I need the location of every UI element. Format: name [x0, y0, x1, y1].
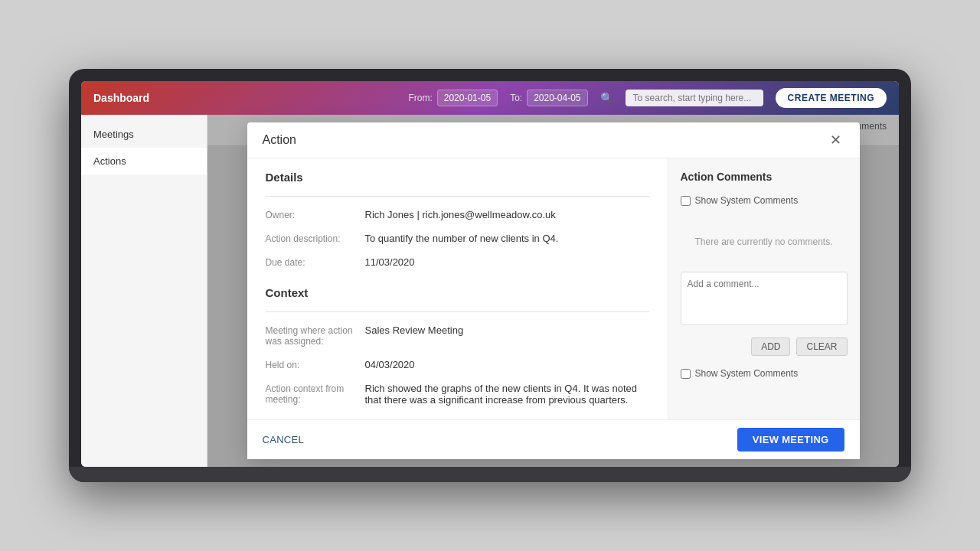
no-comments-text: There are currently no comments. — [681, 221, 848, 262]
show-system-comments-bottom-row[interactable]: Show System Comments — [681, 368, 848, 379]
show-system-comments-bottom-checkbox[interactable] — [681, 369, 691, 379]
search-icon: 🔍 — [600, 92, 613, 104]
search-input[interactable] — [626, 90, 763, 106]
modal-close-button[interactable]: ✕ — [827, 132, 844, 148]
modal-header: Action ✕ — [247, 122, 860, 158]
modal-overlay: Action ✕ Details Owner: — [207, 115, 899, 467]
date-to-group: To: 2020-04-05 — [510, 90, 587, 106]
clear-comment-button[interactable]: CLEAR — [796, 337, 847, 356]
create-meeting-button[interactable]: CREATE MEETING — [776, 88, 887, 108]
cancel-button[interactable]: CANCEL — [263, 434, 305, 445]
to-date[interactable]: 2020-04-05 — [527, 90, 587, 106]
app-header: Dashboard From: 2020-01-05 To: 2020-04-0… — [81, 81, 899, 115]
context-text-field-row: Action context from meeting: Rich showed… — [266, 383, 649, 406]
modal-right-panel: Action Comments Show System Comments The… — [668, 158, 860, 419]
sidebar-item-actions[interactable]: Actions — [81, 148, 207, 174]
details-divider — [266, 196, 649, 197]
context-divider — [266, 311, 649, 312]
show-system-comments-top-checkbox[interactable] — [681, 196, 691, 206]
description-field-row: Action description: To quantify the numb… — [266, 233, 649, 244]
held-on-label: Held on: — [266, 359, 365, 370]
action-comments-title: Action Comments — [681, 171, 848, 183]
description-value: To quantify the number of new clients in… — [365, 233, 649, 244]
owner-value: Rich Jones | rich.jones@wellmeadow.co.uk — [365, 209, 649, 220]
laptop-base — [69, 467, 911, 482]
modal-title: Action — [263, 133, 296, 147]
from-date[interactable]: 2020-01-05 — [437, 90, 498, 106]
meeting-label: Meeting where action was assigned: — [266, 324, 365, 347]
sidebar: Meetings Actions — [81, 115, 207, 467]
meeting-value: Sales Review Meeting — [365, 324, 649, 336]
comment-actions-row: ADD CLEAR — [681, 337, 848, 356]
held-on-field-row: Held on: 04/03/2020 — [266, 359, 649, 370]
context-text-value: Rich showed the graphs of the new client… — [365, 383, 649, 406]
from-label: From: — [408, 93, 432, 103]
to-label: To: — [510, 93, 522, 103]
sidebar-item-meetings[interactable]: Meetings — [81, 121, 207, 148]
context-section: Context Meeting where action was assigne… — [266, 286, 649, 406]
owner-field-row: Owner: Rich Jones | rich.jones@wellmeado… — [266, 209, 649, 220]
show-system-comments-top-label: Show System Comments — [695, 195, 799, 206]
modal-footer: CANCEL VIEW MEETING — [247, 419, 860, 459]
modal-left-panel: Details Owner: Rich Jones | rich.jones@w… — [247, 158, 668, 419]
show-system-comments-bottom-label: Show System Comments — [695, 368, 799, 379]
description-label: Action description: — [266, 233, 365, 244]
due-date-label: Due date: — [266, 256, 365, 268]
due-date-value: 11/03/2020 — [365, 256, 649, 268]
page-area: ‹ › Comments Action ✕ — [207, 115, 899, 467]
date-from-group: From: 2020-01-05 — [408, 90, 498, 106]
due-date-field-row: Due date: 11/03/2020 — [266, 256, 649, 268]
context-text-label: Action context from meeting: — [266, 383, 365, 405]
details-section-title: Details — [266, 171, 649, 184]
held-on-value: 04/03/2020 — [365, 359, 649, 370]
context-section-title: Context — [266, 286, 649, 299]
app-title: Dashboard — [93, 92, 149, 104]
action-modal: Action ✕ Details Owner: — [247, 122, 860, 459]
add-comment-button[interactable]: ADD — [751, 337, 790, 356]
show-system-comments-top-row[interactable]: Show System Comments — [681, 195, 848, 206]
modal-body: Details Owner: Rich Jones | rich.jones@w… — [247, 158, 860, 419]
meeting-field-row: Meeting where action was assigned: Sales… — [266, 324, 649, 347]
owner-label: Owner: — [266, 209, 365, 220]
comment-textarea[interactable] — [681, 272, 848, 325]
view-meeting-button[interactable]: VIEW MEETING — [737, 428, 844, 452]
